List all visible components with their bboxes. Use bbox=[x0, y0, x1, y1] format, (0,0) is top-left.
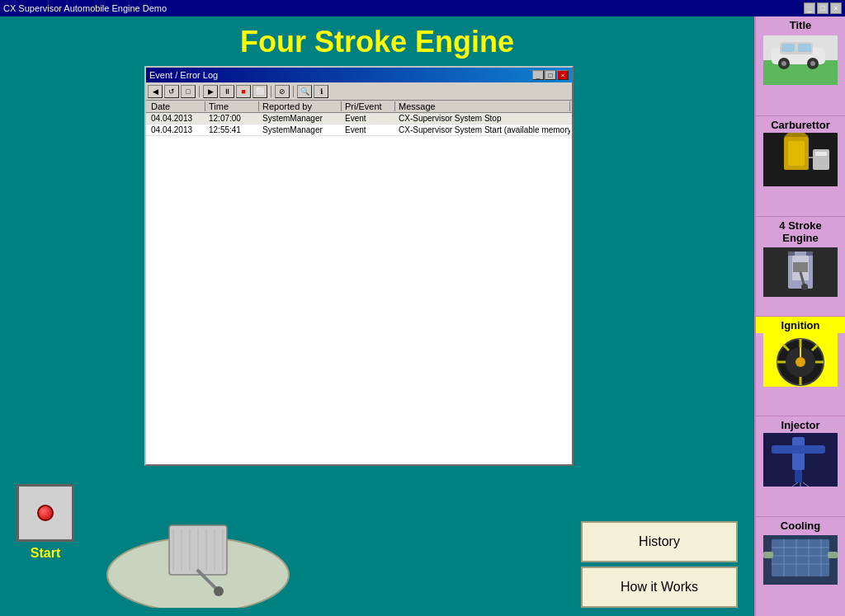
sidebar-item-ignition[interactable]: Ignition bbox=[756, 317, 845, 416]
app-title: CX Supervisor Automobile Engine Demo bbox=[3, 3, 167, 13]
win-close[interactable]: × bbox=[557, 70, 569, 80]
maximize-button[interactable]: □ bbox=[817, 2, 828, 14]
toolbar-btn-1[interactable]: ◀ bbox=[148, 85, 163, 98]
cell-reported-by: SystemManager bbox=[259, 125, 342, 134]
sidebar-item-carburettor[interactable]: Carburettor bbox=[756, 116, 845, 216]
sidebar-label-4-stroke: 4 Stroke Engine bbox=[756, 217, 845, 246]
event-log-titlebar: Event / Error Log _ □ × bbox=[146, 68, 572, 82]
main-layout: Four Stroke Engine Event / Error Log _ □… bbox=[0, 16, 845, 616]
engine-svg bbox=[91, 484, 305, 608]
col-reported-by: Reported by bbox=[259, 101, 342, 111]
sidebar-thumb-ignition bbox=[763, 333, 838, 387]
event-table-header: Date Time Reported by Pri/Event Message bbox=[146, 101, 572, 113]
injector-thumb-svg bbox=[763, 433, 838, 487]
toolbar-sep-2 bbox=[271, 86, 271, 97]
win-minimize[interactable]: _ bbox=[532, 70, 544, 80]
sidebar-item-injector[interactable]: Injector bbox=[756, 416, 845, 516]
toolbar-btn-3[interactable]: □ bbox=[181, 85, 196, 98]
cell-message: CX-Supervisor System Start (available me… bbox=[395, 125, 570, 134]
sidebar-label-cooling: Cooling bbox=[756, 517, 845, 534]
cell-message: CX-Supervisor System Stop bbox=[395, 114, 570, 123]
sidebar-label-title: Title bbox=[756, 16, 845, 33]
cell-time: 12:07:00 bbox=[205, 114, 259, 123]
page-title: Four Stroke Engine bbox=[0, 16, 754, 63]
history-button[interactable]: History bbox=[581, 521, 738, 562]
start-button[interactable] bbox=[17, 484, 74, 542]
how-it-works-button[interactable]: How it Works bbox=[581, 567, 738, 608]
event-log-title: Event / Error Log bbox=[149, 70, 218, 80]
close-button[interactable]: × bbox=[830, 2, 842, 14]
ignition-thumb-svg bbox=[763, 333, 838, 387]
svg-marker-24 bbox=[784, 133, 809, 137]
toolbar-btn-10[interactable]: ℹ bbox=[314, 85, 328, 98]
svg-rect-16 bbox=[798, 44, 811, 52]
sidebar-thumb-injector bbox=[763, 433, 838, 487]
engine-diagram bbox=[91, 484, 305, 608]
carburettor-thumb-svg bbox=[763, 133, 838, 186]
svg-rect-31 bbox=[793, 262, 808, 272]
svg-point-45 bbox=[795, 357, 805, 367]
sidebar-label-carburettor: Carburettor bbox=[756, 116, 845, 133]
table-row: 04.04.2013 12:55:41 SystemManager Event … bbox=[146, 125, 572, 136]
col-time: Time bbox=[205, 101, 259, 111]
start-label: Start bbox=[31, 546, 60, 561]
toolbar-btn-7[interactable]: ⬜ bbox=[253, 85, 267, 98]
event-table-body: 04.04.2013 12:07:00 SystemManager Event … bbox=[146, 113, 572, 136]
svg-rect-50 bbox=[772, 445, 825, 454]
sidebar-label-ignition: Ignition bbox=[756, 317, 845, 333]
cell-time: 12:55:41 bbox=[205, 125, 259, 134]
toolbar-btn-4[interactable]: ▶ bbox=[203, 85, 218, 98]
col-event: Pri/Event bbox=[342, 101, 395, 111]
sidebar-item-4-stroke[interactable]: 4 Stroke Engine bbox=[756, 217, 845, 317]
toolbar-btn-9[interactable]: 🔍 bbox=[297, 85, 312, 98]
sidebar-thumb-carburettor bbox=[763, 133, 838, 186]
cell-event: Event bbox=[342, 114, 395, 123]
cell-event: Event bbox=[342, 125, 395, 134]
toolbar-btn-2[interactable]: ↺ bbox=[164, 85, 179, 98]
app-titlebar: CX Supervisor Automobile Engine Demo _ □… bbox=[0, 0, 845, 16]
table-row: 04.04.2013 12:07:00 SystemManager Event … bbox=[146, 113, 572, 125]
svg-rect-34 bbox=[788, 252, 795, 256]
titlebar-controls[interactable]: _ □ × bbox=[804, 2, 842, 14]
4stroke-thumb-svg bbox=[763, 247, 838, 297]
svg-point-10 bbox=[214, 586, 224, 596]
col-date: Date bbox=[148, 101, 205, 111]
svg-rect-35 bbox=[806, 252, 813, 256]
toolbar-btn-8[interactable]: ⊘ bbox=[275, 85, 290, 98]
sidebar-item-title[interactable]: Title bbox=[756, 16, 845, 116]
content-area: Four Stroke Engine Event / Error Log _ □… bbox=[0, 16, 754, 616]
svg-rect-23 bbox=[788, 141, 805, 166]
nav-buttons: History How it Works bbox=[581, 521, 738, 608]
cell-date: 04.04.2013 bbox=[148, 125, 205, 134]
svg-rect-15 bbox=[781, 44, 795, 52]
start-indicator bbox=[37, 505, 54, 521]
svg-rect-63 bbox=[763, 552, 773, 558]
sidebar-thumb-title bbox=[763, 33, 838, 87]
toolbar-btn-5[interactable]: ⏸ bbox=[220, 85, 234, 98]
svg-point-18 bbox=[781, 61, 786, 66]
svg-point-20 bbox=[810, 61, 815, 66]
cell-date: 04.04.2013 bbox=[148, 114, 205, 123]
event-log-toolbar: ◀ ↺ □ ▶ ⏸ ■ ⬜ ⊘ 🔍 ℹ bbox=[146, 82, 572, 101]
col-message: Message bbox=[395, 101, 570, 111]
window-controls[interactable]: _ □ × bbox=[532, 70, 569, 80]
event-log-window: Event / Error Log _ □ × ◀ ↺ □ ▶ ⏸ ■ ⬜ ⊘ bbox=[144, 66, 574, 466]
sidebar-label-injector: Injector bbox=[756, 416, 845, 433]
sidebar: Title bbox=[754, 16, 845, 616]
cooling-thumb-svg bbox=[763, 535, 838, 585]
minimize-button[interactable]: _ bbox=[804, 2, 815, 14]
title-thumb-svg bbox=[763, 35, 838, 85]
toolbar-sep-1 bbox=[199, 86, 200, 97]
sidebar-thumb-4-stroke bbox=[763, 246, 838, 299]
start-area: Start bbox=[17, 484, 74, 561]
cell-reported-by: SystemManager bbox=[259, 114, 342, 123]
toolbar-btn-6[interactable]: ■ bbox=[236, 85, 251, 98]
sidebar-thumb-cooling bbox=[763, 534, 838, 587]
sidebar-item-cooling[interactable]: Cooling bbox=[756, 517, 845, 616]
bottom-area: Start bbox=[0, 476, 754, 616]
win-maximize[interactable]: □ bbox=[545, 70, 556, 80]
toolbar-sep-3 bbox=[293, 86, 294, 97]
svg-point-33 bbox=[801, 284, 808, 290]
svg-rect-64 bbox=[828, 552, 838, 558]
svg-rect-49 bbox=[795, 470, 802, 482]
